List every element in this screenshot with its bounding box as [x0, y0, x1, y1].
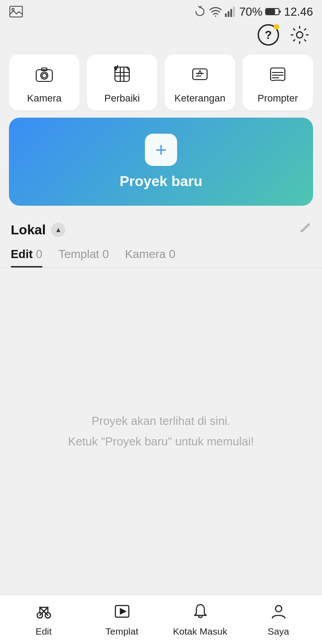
tab-edit[interactable]: Edit 0 — [11, 243, 42, 267]
empty-state: Proyek akan terlihat di sini. Ketuk "Pro… — [0, 268, 322, 595]
svg-marker-28 — [120, 609, 126, 614]
lokal-header: Lokal ▲ — [0, 216, 322, 241]
nav-templat-label: Templat — [106, 626, 139, 637]
tab-templat-label: Templat — [59, 247, 99, 261]
nav-templat[interactable]: Templat — [83, 603, 161, 637]
svg-rect-6 — [233, 7, 235, 17]
feature-kamera[interactable]: Kamera — [9, 55, 80, 110]
empty-state-line1: Proyek akan terlihat di sini. — [92, 412, 231, 431]
edit-pencil-button[interactable] — [299, 222, 311, 237]
photo-icon — [9, 5, 23, 18]
person-icon — [270, 603, 287, 623]
nav-kotak-masuk-label: Kotak Masuk — [173, 626, 227, 637]
wifi-icon — [209, 5, 222, 18]
plus-box: + — [145, 134, 177, 166]
status-right: 70% 12.46 — [194, 5, 313, 19]
svg-rect-0 — [10, 6, 22, 17]
feature-grid: Kamera Perbaiki A — [0, 51, 322, 118]
help-button[interactable]: ? — [257, 23, 280, 47]
bottom-nav: Edit Templat Kotak Masuk Saya — [0, 595, 322, 644]
svg-text:A: A — [198, 69, 202, 76]
nav-saya-label: Saya — [268, 626, 289, 637]
settings-button[interactable] — [288, 23, 311, 47]
status-bar: 70% 12.46 — [0, 0, 322, 21]
lokal-title: Lokal — [11, 222, 46, 237]
svg-rect-8 — [266, 9, 275, 14]
notification-dot — [274, 24, 279, 30]
tab-edit-count: 0 — [33, 247, 42, 261]
clock: 12.46 — [284, 5, 313, 19]
empty-state-line2: Ketuk "Proyek baru" untuk memulai! — [68, 432, 254, 451]
sort-button[interactable]: ▲ — [51, 223, 65, 237]
svg-rect-3 — [225, 13, 227, 17]
svg-rect-19 — [274, 80, 281, 81]
gear-icon — [289, 25, 310, 45]
new-project-button[interactable]: + Proyek baru — [9, 118, 313, 206]
video-play-icon — [114, 603, 131, 623]
main-content: Lokal ▲ Edit 0 Templat 0 Kamera 0 Proyek… — [0, 216, 322, 595]
svg-point-9 — [297, 32, 303, 38]
rotate-icon — [194, 5, 206, 18]
scissors-icon — [35, 603, 52, 623]
feature-kamera-label: Kamera — [27, 93, 61, 104]
prompter-icon — [268, 64, 288, 88]
nav-edit-label: Edit — [35, 626, 51, 637]
svg-point-1 — [12, 8, 14, 11]
enhance-icon — [112, 64, 132, 88]
plus-icon: + — [155, 140, 167, 160]
camera-icon — [34, 64, 54, 88]
lokal-title-row: Lokal ▲ — [11, 222, 65, 237]
signal-icon — [225, 5, 237, 18]
sort-arrow-icon: ▲ — [55, 226, 62, 234]
tab-kamera[interactable]: Kamera 0 — [125, 243, 176, 267]
tabs-row: Edit 0 Templat 0 Kamera 0 — [0, 241, 322, 268]
svg-rect-18 — [271, 68, 285, 80]
feature-prompter[interactable]: Prompter — [242, 55, 313, 110]
battery-percent: 70% — [239, 5, 263, 19]
feature-keterangan-label: Keterangan — [174, 93, 225, 104]
feature-prompter-label: Prompter — [258, 93, 298, 104]
bell-icon — [192, 603, 209, 623]
feature-keterangan[interactable]: A Keterangan — [165, 55, 235, 110]
nav-kotak-masuk[interactable]: Kotak Masuk — [161, 603, 239, 637]
nav-saya[interactable]: Saya — [239, 603, 318, 637]
pencil-icon — [299, 222, 311, 234]
top-bar: ? — [0, 21, 322, 51]
tab-kamera-label: Kamera — [125, 247, 166, 261]
feature-perbaiki-label: Perbaiki — [104, 93, 140, 104]
tab-templat-count: 0 — [99, 247, 109, 261]
svg-point-29 — [275, 606, 282, 612]
svg-rect-5 — [230, 9, 232, 17]
tab-edit-label: Edit — [11, 247, 33, 261]
svg-rect-4 — [228, 11, 229, 17]
tab-templat[interactable]: Templat 0 — [59, 243, 109, 267]
svg-point-2 — [215, 16, 216, 17]
svg-rect-10 — [36, 70, 52, 81]
feature-perbaiki[interactable]: Perbaiki — [87, 55, 157, 110]
caption-icon: A — [190, 64, 210, 88]
tab-kamera-count: 0 — [166, 247, 176, 261]
new-project-label: Proyek baru — [120, 173, 203, 190]
battery-icon — [265, 7, 281, 16]
nav-edit[interactable]: Edit — [4, 603, 83, 637]
svg-point-12 — [42, 73, 47, 78]
status-left — [9, 5, 23, 18]
